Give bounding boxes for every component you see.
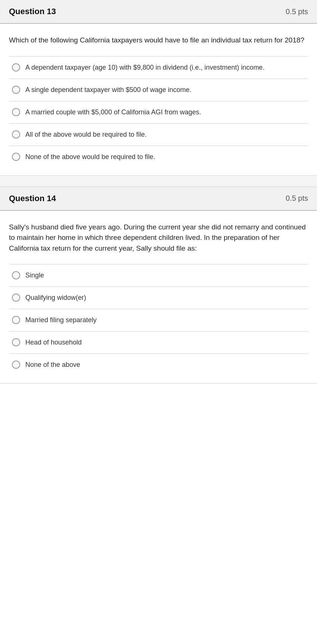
option-label: A single dependent taxpayer with $500 of… (25, 85, 191, 95)
section-spacer (0, 176, 317, 187)
option-label: A married couple with $5,000 of Californ… (25, 107, 201, 117)
option-label: Head of household (25, 337, 82, 348)
list-item[interactable]: Qualifying widow(er) (9, 287, 308, 309)
question-13-header: Question 13 0.5 pts (0, 0, 317, 24)
list-item[interactable]: None of the above would be required to f… (9, 146, 308, 168)
question-14-block: Question 14 0.5 pts Sally's husband died… (0, 187, 317, 384)
list-item[interactable]: A dependent taxpayer (age 10) with $9,80… (9, 57, 308, 79)
list-item[interactable]: Head of household (9, 331, 308, 354)
radio-button[interactable] (12, 108, 20, 116)
question-13-options: A dependent taxpayer (age 10) with $9,80… (9, 56, 308, 168)
question-14-points: 0.5 pts (286, 194, 308, 203)
option-label: Qualifying widow(er) (25, 293, 86, 303)
radio-button[interactable] (12, 63, 20, 72)
question-13-title: Question 13 (9, 7, 56, 16)
question-14-body: Sally's husband died five years ago. Dur… (0, 211, 317, 384)
question-14-title: Question 14 (9, 194, 56, 203)
option-label: All of the above would be required to fi… (25, 130, 147, 140)
radio-button[interactable] (12, 361, 20, 369)
question-14-options: Single Qualifying widow(er) Married fili… (9, 264, 308, 376)
question-13-body: Which of the following California taxpay… (0, 24, 317, 175)
radio-button[interactable] (12, 153, 20, 161)
list-item[interactable]: A single dependent taxpayer with $500 of… (9, 79, 308, 101)
option-label: Single (25, 270, 44, 280)
radio-button[interactable] (12, 316, 20, 324)
option-label: Married filing separately (25, 315, 97, 325)
radio-button[interactable] (12, 86, 20, 94)
radio-button[interactable] (12, 130, 20, 139)
option-label: None of the above (25, 360, 80, 370)
option-label: None of the above would be required to f… (25, 152, 155, 162)
list-item[interactable]: Single (9, 264, 308, 287)
list-item[interactable]: Married filing separately (9, 309, 308, 331)
radio-button[interactable] (12, 294, 20, 302)
option-label: A dependent taxpayer (age 10) with $9,80… (25, 63, 264, 73)
radio-button[interactable] (12, 271, 20, 279)
list-item[interactable]: A married couple with $5,000 of Californ… (9, 101, 308, 124)
question-13-points: 0.5 pts (286, 7, 308, 16)
question-13-text: Which of the following California taxpay… (9, 35, 308, 46)
question-13-block: Question 13 0.5 pts Which of the followi… (0, 0, 317, 176)
question-14-header: Question 14 0.5 pts (0, 187, 317, 211)
question-14-text: Sally's husband died five years ago. Dur… (9, 222, 308, 254)
radio-button[interactable] (12, 338, 20, 346)
list-item[interactable]: None of the above (9, 354, 308, 376)
list-item[interactable]: All of the above would be required to fi… (9, 124, 308, 146)
